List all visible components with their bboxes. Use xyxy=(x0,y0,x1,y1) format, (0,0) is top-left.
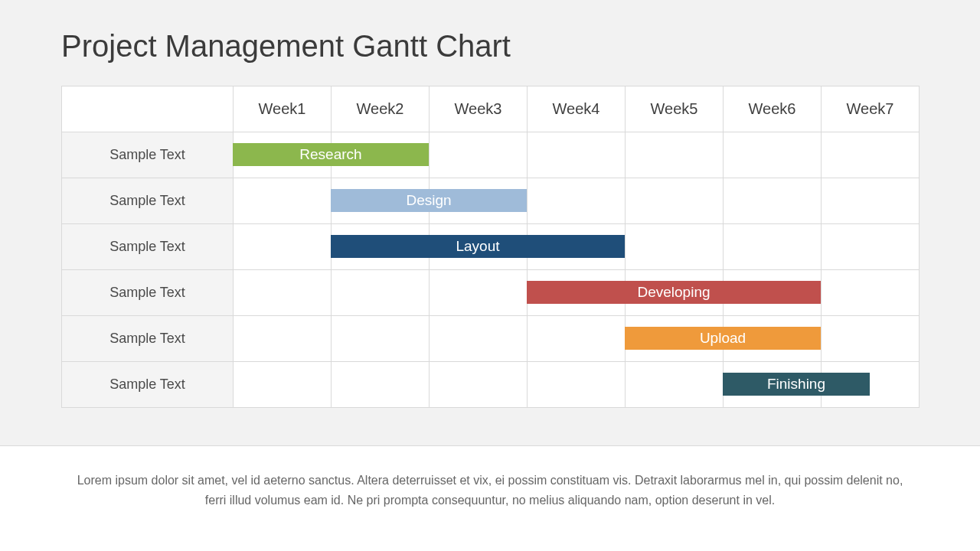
cell xyxy=(724,270,822,316)
page-title: Project Management Gantt Chart xyxy=(61,29,511,64)
cell xyxy=(332,178,430,224)
col-week6: Week6 xyxy=(724,86,822,132)
cell xyxy=(234,178,332,224)
cell xyxy=(528,224,626,270)
cell xyxy=(332,270,430,316)
cell xyxy=(822,132,920,178)
col-week4: Week4 xyxy=(528,86,626,132)
cell xyxy=(724,316,822,362)
col-week3: Week3 xyxy=(430,86,528,132)
header-row: Week1 Week2 Week3 Week4 Week5 Week6 Week… xyxy=(62,86,920,132)
cell xyxy=(724,362,822,408)
cell xyxy=(626,270,724,316)
cell xyxy=(822,316,920,362)
table-row: Sample Text xyxy=(62,362,920,408)
cell xyxy=(332,362,430,408)
table-row: Sample Text xyxy=(62,178,920,224)
cell xyxy=(724,178,822,224)
cell xyxy=(430,316,528,362)
cell xyxy=(234,316,332,362)
cell xyxy=(234,270,332,316)
cell xyxy=(822,178,920,224)
cell xyxy=(430,270,528,316)
header-empty xyxy=(62,86,234,132)
cell xyxy=(822,270,920,316)
cell xyxy=(234,362,332,408)
footer: Lorem ipsum dolor sit amet, vel id aeter… xyxy=(0,445,980,551)
cell xyxy=(822,362,920,408)
col-week1: Week1 xyxy=(234,86,332,132)
cell xyxy=(234,224,332,270)
col-week7: Week7 xyxy=(822,86,920,132)
cell xyxy=(626,362,724,408)
row-label: Sample Text xyxy=(62,178,234,224)
cell xyxy=(430,132,528,178)
cell xyxy=(332,316,430,362)
cell xyxy=(528,316,626,362)
table-row: Sample Text xyxy=(62,316,920,362)
cell xyxy=(528,270,626,316)
cell xyxy=(430,224,528,270)
table-row: Sample Text xyxy=(62,132,920,178)
cell xyxy=(626,178,724,224)
cell xyxy=(430,362,528,408)
slide: Project Management Gantt Chart Week1 Wee… xyxy=(0,0,980,551)
row-label: Sample Text xyxy=(62,270,234,316)
cell xyxy=(626,224,724,270)
cell xyxy=(528,362,626,408)
row-label: Sample Text xyxy=(62,224,234,270)
col-week5: Week5 xyxy=(626,86,724,132)
cell xyxy=(332,132,430,178)
cell xyxy=(332,224,430,270)
cell xyxy=(724,132,822,178)
cell xyxy=(528,132,626,178)
cell xyxy=(626,132,724,178)
cell xyxy=(234,132,332,178)
cell xyxy=(822,224,920,270)
footer-text: Lorem ipsum dolor sit amet, vel id aeter… xyxy=(69,471,911,510)
table-row: Sample Text xyxy=(62,224,920,270)
row-label: Sample Text xyxy=(62,362,234,408)
cell xyxy=(430,178,528,224)
cell xyxy=(528,178,626,224)
row-label: Sample Text xyxy=(62,132,234,178)
cell xyxy=(724,224,822,270)
row-label: Sample Text xyxy=(62,316,234,362)
cell xyxy=(626,316,724,362)
col-week2: Week2 xyxy=(332,86,430,132)
table-row: Sample Text xyxy=(62,270,920,316)
gantt-table: Week1 Week2 Week3 Week4 Week5 Week6 Week… xyxy=(61,86,920,408)
